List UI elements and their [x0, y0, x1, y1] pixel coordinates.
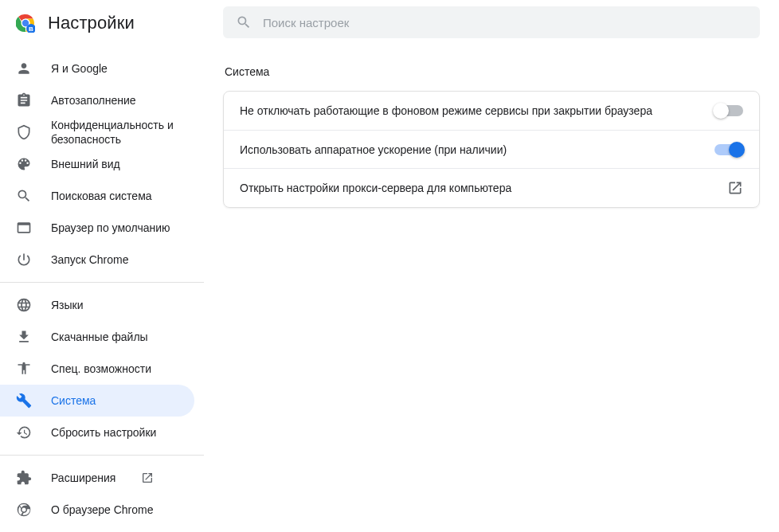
sidebar-item-you-and-google[interactable]: Я и Google: [0, 53, 194, 84]
toggle-hardware-accel[interactable]: [714, 144, 743, 155]
sidebar-header: B Настройки: [0, 0, 204, 46]
nav-group-1: Я и Google Автозаполнение Конфиденциальн…: [0, 46, 204, 282]
sidebar-item-label: Я и Google: [51, 61, 108, 76]
svg-text:B: B: [29, 25, 33, 33]
sidebar-item-downloads[interactable]: Скачанные файлы: [0, 321, 194, 353]
download-icon: [16, 329, 32, 345]
open-in-new-icon: [141, 471, 154, 484]
setting-label: Использовать аппаратное ускорение (при н…: [240, 143, 702, 156]
clipboard-icon: [16, 92, 32, 108]
browser-icon: [16, 220, 32, 236]
power-icon: [16, 252, 32, 268]
app-title: Настройки: [48, 13, 135, 33]
sidebar-item-label: Спец. возможности: [51, 362, 151, 376]
search-input[interactable]: [263, 16, 747, 29]
person-icon: [16, 61, 32, 76]
search-bar[interactable]: [223, 6, 760, 38]
section-title: Система: [225, 65, 760, 78]
accessibility-icon: [16, 361, 32, 377]
sidebar-item-label: Внешний вид: [51, 157, 120, 171]
nav-group-3: Расширения О браузере Chrome: [0, 456, 204, 532]
sidebar-item-privacy[interactable]: Конфиденциальность и безопасность: [0, 116, 194, 148]
sidebar-item-label: Автозаполнение: [51, 93, 136, 108]
sidebar-item-label: Система: [51, 393, 96, 408]
setting-label: Не отключать работающие в фоновом режиме…: [240, 104, 702, 117]
search-icon: [16, 188, 32, 204]
extension-icon: [16, 470, 32, 486]
setting-row-background-apps[interactable]: Не отключать работающие в фоновом режиме…: [224, 92, 759, 130]
sidebar-item-default-browser[interactable]: Браузер по умолчанию: [0, 212, 194, 244]
nav-group-2: Языки Скачанные файлы Спец. возможности …: [0, 283, 204, 455]
open-in-new-icon: [727, 180, 743, 196]
sidebar-item-reset[interactable]: Сбросить настройки: [0, 417, 194, 448]
sidebar-item-label: Языки: [51, 298, 84, 312]
setting-row-hardware-accel[interactable]: Использовать аппаратное ускорение (при н…: [224, 130, 759, 168]
setting-row-proxy[interactable]: Открыть настройки прокси-сервера для ком…: [224, 168, 759, 207]
chrome-outline-icon: [16, 502, 32, 518]
sidebar-item-label: О браузере Chrome: [51, 503, 154, 517]
setting-label: Открыть настройки прокси-сервера для ком…: [240, 182, 714, 194]
sidebar-item-about[interactable]: О браузере Chrome: [0, 494, 194, 526]
sidebar: B Настройки Я и Google Автозаполнение Ко…: [0, 0, 204, 532]
wrench-icon: [16, 393, 32, 409]
sidebar-item-label: Браузер по умолчанию: [51, 221, 170, 235]
sidebar-item-appearance[interactable]: Внешний вид: [0, 148, 194, 180]
toggle-background-apps[interactable]: [714, 105, 743, 116]
sidebar-item-label: Запуск Chrome: [51, 252, 128, 267]
main-content: Система Не отключать работающие в фоново…: [204, 0, 779, 532]
sidebar-item-extensions[interactable]: Расширения: [0, 462, 194, 494]
sidebar-item-autofill[interactable]: Автозаполнение: [0, 84, 194, 116]
sidebar-item-accessibility[interactable]: Спец. возможности: [0, 353, 194, 385]
sidebar-item-search-engine[interactable]: Поисковая система: [0, 180, 194, 212]
sidebar-item-languages[interactable]: Языки: [0, 289, 194, 321]
settings-card: Не отключать работающие в фоновом режиме…: [223, 91, 760, 208]
sidebar-item-label: Поисковая система: [51, 189, 152, 203]
globe-icon: [16, 297, 32, 313]
sidebar-item-label: Конфиденциальность и безопасность: [51, 118, 178, 147]
palette-icon: [16, 156, 32, 172]
search-icon: [236, 14, 252, 30]
chrome-logo-icon: B: [16, 14, 35, 33]
sidebar-item-label: Скачанные файлы: [51, 330, 148, 344]
sidebar-item-startup[interactable]: Запуск Chrome: [0, 244, 194, 276]
shield-icon: [16, 124, 32, 140]
restore-icon: [16, 424, 32, 440]
sidebar-item-label: Расширения: [51, 471, 115, 485]
sidebar-item-label: Сбросить настройки: [51, 425, 156, 440]
sidebar-item-system[interactable]: Система: [0, 385, 194, 417]
